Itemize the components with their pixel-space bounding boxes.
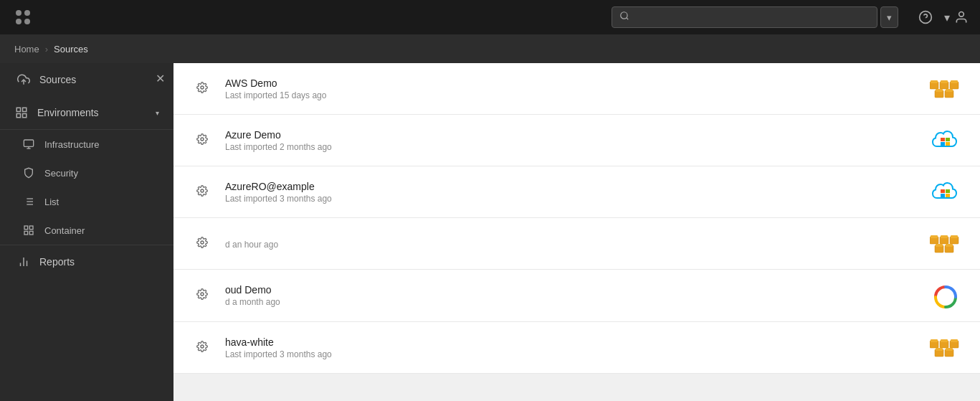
main-layout: ✕ Sources Environments ▾ [0,63,980,401]
sidebar-close-button[interactable]: ✕ [156,72,165,85]
content-area: AWS Demo Last imported 15 days ago [173,63,980,401]
svg-rect-69 [946,348,953,351]
sidebar-item-infrastructure[interactable]: Infrastructure [0,130,173,159]
svg-rect-53 [951,235,958,238]
svg-rect-19 [24,226,28,230]
source-info: d an hour ago [225,238,928,250]
search-input[interactable] [634,12,870,23]
svg-point-59 [201,345,204,348]
svg-rect-28 [931,80,938,83]
table-row: oud Demo d a month ago [173,270,980,322]
svg-rect-7 [23,108,27,111]
svg-rect-49 [931,235,938,238]
svg-rect-10 [24,140,33,146]
svg-rect-38 [941,138,945,141]
logo-dot [16,10,22,16]
logo-dot [16,19,22,24]
container-icon [22,225,36,236]
svg-rect-63 [941,339,948,342]
sidebar-security-label: Security [44,168,78,179]
table-row: Azure Demo Last imported 2 months ago [173,115,980,166]
grid-icon [14,106,29,119]
svg-rect-51 [941,235,948,238]
azure-icon [928,179,963,205]
sidebar-environments-label: Environments [37,107,99,118]
bar-chart-icon [16,255,31,268]
table-row: AzureRO@example Last imported 3 months a… [173,166,980,218]
source-settings-button[interactable] [191,237,214,251]
svg-rect-8 [23,114,27,118]
source-info: AWS Demo Last imported 15 days ago [225,77,928,100]
aws-icon [928,76,963,102]
breadcrumb-separator: › [45,44,48,55]
source-settings-button[interactable] [191,288,214,303]
monitor-icon [22,138,36,150]
sidebar-item-environments[interactable]: Environments ▾ [0,96,173,129]
svg-rect-6 [16,108,20,111]
sidebar-item-list[interactable]: List [0,187,173,216]
source-info: AzureRO@example Last imported 3 months a… [225,181,928,204]
svg-rect-34 [936,89,943,92]
topnav: ▾ ▾ [0,0,980,34]
source-name: AWS Demo [225,77,928,89]
svg-rect-61 [931,339,938,342]
svg-rect-44 [946,189,950,193]
search-dropdown-button[interactable]: ▾ [880,6,898,28]
source-last-import: Last imported 3 months ago [225,194,928,204]
shield-icon [22,167,36,179]
svg-rect-65 [951,339,958,342]
breadcrumb-current: Sources [54,44,88,55]
logo-dot [24,10,30,16]
breadcrumb-home[interactable]: Home [14,44,39,55]
user-icon [954,10,969,24]
aws-icon [928,335,963,361]
svg-point-58 [201,293,204,296]
svg-rect-41 [946,142,950,146]
source-name: AzureRO@example [225,181,928,192]
azure-icon [928,128,963,154]
sidebar-list-label: List [44,197,59,207]
svg-rect-46 [946,194,950,197]
search-dropdown-icon: ▾ [887,12,892,23]
gcp-icon [928,281,963,310]
svg-rect-32 [951,80,958,83]
svg-point-0 [621,12,627,19]
sidebar-item-security[interactable]: Security [0,159,173,187]
source-settings-button[interactable] [191,341,214,355]
logo[interactable] [11,6,34,29]
sidebar: ✕ Sources Environments ▾ [0,63,173,401]
source-settings-button[interactable] [191,82,214,96]
svg-rect-45 [941,194,945,197]
svg-rect-67 [936,348,943,351]
sidebar-bottom-section: Reports [0,245,173,278]
svg-rect-30 [941,80,948,83]
source-name: Azure Demo [225,129,928,141]
source-last-import: d an hour ago [225,240,928,250]
source-last-import: Last imported 2 months ago [225,142,928,152]
aws-icon [928,231,963,257]
svg-point-47 [201,241,204,244]
user-area[interactable]: ▾ [944,10,969,24]
nav-icons: ▾ [918,10,969,24]
source-info: Azure Demo Last imported 2 months ago [225,129,928,152]
svg-rect-39 [946,138,950,141]
search-wrapper: ▾ [612,6,898,28]
help-button[interactable] [918,10,933,24]
source-list: AWS Demo Last imported 15 days ago [173,63,980,374]
svg-rect-40 [941,142,945,146]
source-last-import: d a month ago [225,297,928,307]
breadcrumb: Home › Sources [0,34,980,63]
source-settings-button[interactable] [191,133,214,148]
list-icon [22,196,36,207]
source-last-import: Last imported 3 months ago [225,349,928,359]
sidebar-item-container[interactable]: Container [0,216,173,245]
sidebar-item-reports[interactable]: Reports [0,245,173,278]
cloud-upload-icon [16,73,31,86]
svg-rect-9 [16,114,20,118]
source-settings-button[interactable] [191,185,214,199]
svg-point-42 [201,189,204,192]
svg-point-37 [201,138,204,141]
sidebar-item-sources[interactable]: Sources [0,63,173,96]
svg-rect-36 [946,89,953,92]
search-icon [619,11,629,24]
